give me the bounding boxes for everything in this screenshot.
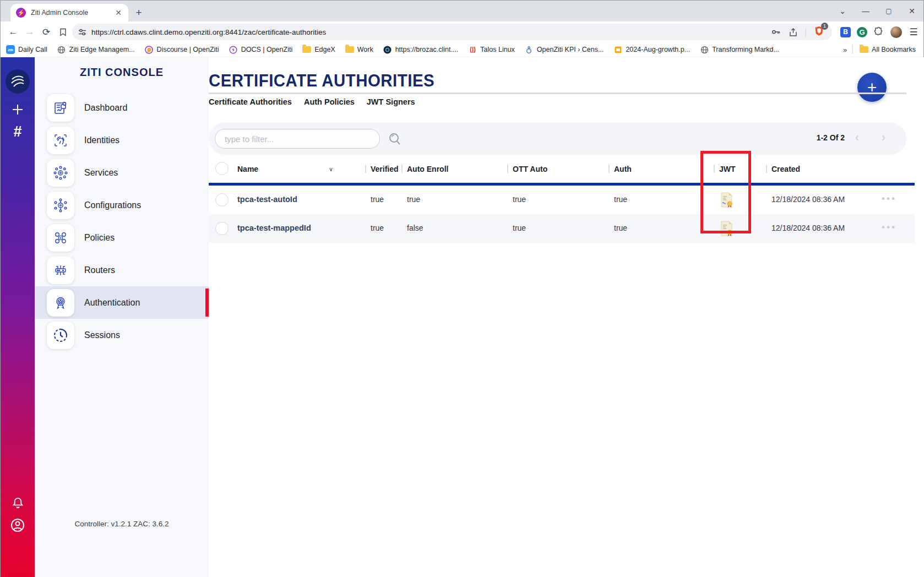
ca-name[interactable]: tpca-test-mappedId <box>237 224 311 232</box>
add-icon[interactable] <box>1 100 35 119</box>
title-divider <box>209 92 906 94</box>
all-bookmarks-button[interactable]: All Bookmarks <box>860 45 916 54</box>
sidebar-item-authentication[interactable]: Authentication <box>35 286 209 319</box>
column-ott-auto[interactable]: OTT Auto <box>513 165 547 173</box>
grammarly-icon[interactable]: G <box>857 27 867 37</box>
tab-auth-policies[interactable]: Auth Policies <box>304 97 355 106</box>
bookmark-item[interactable]: 2024-Aug-growth.p... <box>613 45 690 54</box>
bookmark-item[interactable]: EdgeX <box>302 45 335 54</box>
bookmarks-overflow-icon[interactable]: » <box>843 46 846 54</box>
add-certificate-authority-button[interactable]: + <box>857 73 887 102</box>
created-value: 12/18/2024 08:36 AM <box>771 224 845 232</box>
row-menu-icon[interactable]: ••• <box>882 193 896 204</box>
subtabs: Certificate Authorities Auth Policies JW… <box>209 97 415 106</box>
ott-auto-value: true <box>513 195 526 204</box>
notifications-bell-icon[interactable] <box>1 493 35 512</box>
site-settings-icon[interactable] <box>78 28 87 37</box>
browser-tab[interactable]: ⚡ Ziti Admin Console ✕ <box>10 4 128 21</box>
sidebar-item-configurations[interactable]: Configurations <box>35 189 209 221</box>
ca-name[interactable]: tpca-test-autoId <box>237 195 297 204</box>
bookmark-item[interactable]: https://brozac.clint.... <box>383 45 459 54</box>
row-checkbox[interactable] <box>215 193 229 206</box>
tab-jwt-signers[interactable]: JWT Signers <box>367 97 415 106</box>
extensions-row: B G ☰ <box>840 24 919 40</box>
tab-strip: ⚡ Ziti Admin Console ✕ + ⌄ — ▢ ✕ <box>1 1 923 21</box>
select-all-checkbox[interactable] <box>215 162 229 175</box>
sidebar-item-policies[interactable]: Policies <box>35 221 209 254</box>
url-bar[interactable]: https://ctrl.cdaws.clint.demo.openziti.o… <box>72 24 832 40</box>
tab-title: Ziti Admin Console <box>31 9 114 17</box>
bookmark-item[interactable]: zmDaily Call <box>6 45 47 54</box>
created-value: 12/18/2024 08:36 AM <box>771 195 845 204</box>
bookmark-item[interactable]: Ziti Edge Managem... <box>57 45 135 54</box>
row-menu-icon[interactable]: ••• <box>882 222 896 233</box>
back-icon[interactable]: ← <box>5 24 21 40</box>
sidebar-item-services[interactable]: Services <box>35 156 209 189</box>
bitwarden-icon[interactable]: B <box>840 27 851 37</box>
column-created[interactable]: Created <box>771 165 800 173</box>
brave-shield-icon[interactable]: 1 <box>814 26 824 39</box>
column-verified[interactable]: Verified <box>371 165 399 173</box>
filter-bar: 1-2 Of 2 ‹ › <box>209 122 906 155</box>
bookmark-item[interactable]: Discourse | OpenZiti <box>145 45 219 54</box>
version-footer: Controller: v1.2.1 ZAC: 3.6.2 <box>35 520 209 528</box>
page-title: CERTIFICATE AUTHORITIES <box>209 71 434 91</box>
services-network-icon <box>47 159 74 187</box>
account-icon[interactable] <box>1 516 35 535</box>
new-tab-button[interactable]: + <box>132 6 146 20</box>
sidebar-item-dashboard[interactable]: Dashboard <box>35 91 209 124</box>
filter-input[interactable] <box>215 129 380 149</box>
column-auth[interactable]: Auth <box>614 165 632 173</box>
table-row[interactable]: tpca-test-autoId true true true true 12/… <box>209 186 915 214</box>
reload-icon[interactable]: ⟳ <box>38 24 55 40</box>
share-icon[interactable] <box>789 28 798 37</box>
pagination-prev-icon[interactable]: ‹ <box>855 132 859 144</box>
pagination-next-icon[interactable]: › <box>882 132 885 144</box>
column-auto-enroll[interactable]: Auto Enroll <box>407 165 448 173</box>
ott-auto-value: true <box>513 224 526 232</box>
minimize-button[interactable]: — <box>854 1 877 21</box>
bookmark-icon[interactable] <box>55 24 71 40</box>
column-name[interactable]: Name <box>237 165 258 173</box>
sidebar-item-routers[interactable]: Routers <box>35 254 209 286</box>
globe-icon <box>700 45 709 54</box>
profile-avatar[interactable] <box>890 26 902 38</box>
bookmarks-divider <box>852 45 853 54</box>
bookmark-item[interactable]: Talos Linux <box>468 45 515 54</box>
bookmark-item[interactable]: OpenZiti KPI › Cens... <box>525 45 604 54</box>
sidebar-item-identities[interactable]: Identities <box>35 124 209 156</box>
policies-gears-icon <box>47 224 74 252</box>
url-text[interactable]: https://ctrl.cdaws.clint.demo.openziti.o… <box>91 28 771 36</box>
search-icon[interactable] <box>388 132 402 148</box>
bookmark-item[interactable]: DOCS | OpenZiti <box>229 45 293 54</box>
password-key-icon[interactable] <box>771 27 781 37</box>
sessions-clock-icon <box>47 322 74 349</box>
hash-icon[interactable]: # <box>1 122 35 141</box>
close-button[interactable]: ✕ <box>900 1 923 21</box>
bookmark-item[interactable]: Transforming Markd... <box>700 45 779 54</box>
sidebar-item-sessions[interactable]: Sessions <box>35 319 209 351</box>
table-row[interactable]: tpca-test-mappedId true false true true … <box>209 214 915 243</box>
sidebar: ZITI CONSOLE Dashboard Identities Servic… <box>35 57 209 577</box>
configurations-icon <box>47 192 74 219</box>
forward-icon[interactable]: → <box>21 24 38 40</box>
verified-value: true <box>371 195 384 204</box>
bookmark-item[interactable]: Work <box>345 45 373 54</box>
zoom-icon: zm <box>6 45 15 54</box>
maximize-button[interactable]: ▢ <box>877 1 900 21</box>
ziti-favicon-icon: ⚡ <box>16 8 26 18</box>
row-checkbox[interactable] <box>215 222 229 235</box>
site-icon <box>383 45 392 54</box>
talos-icon <box>468 45 477 54</box>
ziti-logo-icon[interactable] <box>6 69 30 94</box>
extensions-puzzle-icon[interactable] <box>873 26 884 37</box>
app-title: ZITI CONSOLE <box>35 66 209 79</box>
auto-enroll-value: false <box>407 224 423 232</box>
routers-icon <box>47 257 74 284</box>
tab-close-icon[interactable]: ✕ <box>114 8 123 17</box>
urlbar-divider <box>806 28 806 36</box>
sort-chevron-icon[interactable]: ∨ <box>329 166 333 173</box>
tab-certificate-authorities[interactable]: Certificate Authorities <box>209 97 292 106</box>
tab-search-chevron-icon[interactable]: ⌄ <box>831 1 854 21</box>
browser-menu-icon[interactable]: ☰ <box>908 26 919 37</box>
